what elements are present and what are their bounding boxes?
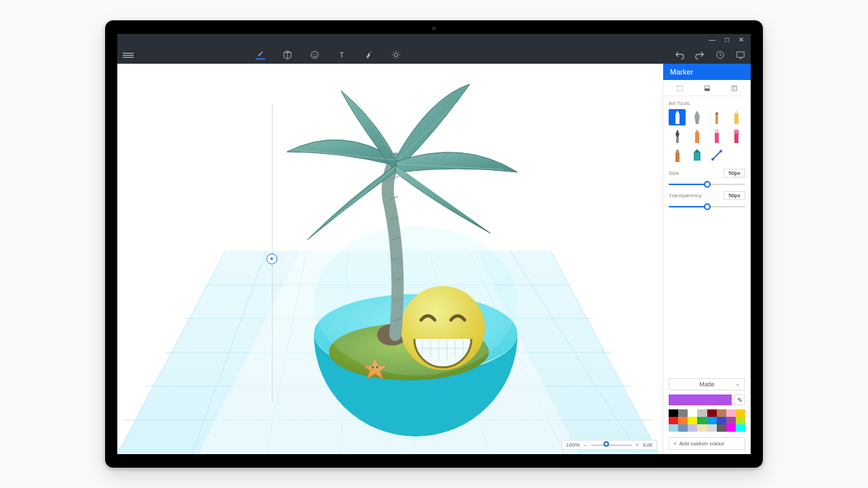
eraser-tool[interactable] (709, 128, 726, 144)
transparency-value-input[interactable] (724, 191, 745, 200)
window-maximize-button[interactable]: □ (725, 37, 729, 43)
stickers-tool-icon[interactable] (310, 50, 319, 60)
pen-tool[interactable] (669, 128, 686, 144)
size-slider[interactable] (669, 180, 745, 188)
tab-crop[interactable]: ⬓ (704, 84, 710, 92)
oil-brush-tool[interactable] (709, 109, 726, 125)
window-minimize-button[interactable]: — (709, 37, 715, 43)
view-mode-label[interactable]: Edit (643, 442, 652, 448)
svg-text:T: T (340, 51, 344, 59)
canvas-3d-view[interactable]: ✦ 100% – + Edit (117, 64, 663, 454)
svg-rect-63 (715, 132, 719, 143)
marker-tool[interactable] (669, 109, 686, 125)
finish-dropdown[interactable]: Matte (669, 378, 745, 390)
eyedropper-button[interactable]: ✎ (734, 394, 745, 405)
pixel-pen-tool[interactable] (709, 147, 726, 163)
zoom-out-button[interactable]: – (584, 442, 587, 448)
svg-line-10 (398, 57, 399, 58)
svg-line-57 (398, 96, 463, 160)
transparency-control: Transparency (663, 190, 751, 212)
watercolor-tool[interactable] (728, 128, 745, 144)
color-swatch[interactable] (726, 424, 736, 432)
zoom-slider[interactable] (591, 445, 632, 446)
color-swatch[interactable] (726, 417, 736, 424)
3d-shapes-tool-icon[interactable] (283, 50, 292, 60)
lighting-tool-icon[interactable] (391, 50, 401, 60)
svg-point-4 (394, 53, 397, 56)
device-camera (432, 26, 436, 30)
transparency-slider[interactable] (669, 203, 745, 211)
color-swatch[interactable] (707, 424, 717, 432)
tab-select[interactable]: ⬚ (677, 84, 683, 92)
color-swatch[interactable] (678, 417, 688, 424)
svg-line-9 (393, 52, 394, 53)
art-tools-grid (663, 108, 751, 167)
color-swatch[interactable] (736, 424, 745, 432)
color-swatch[interactable] (726, 409, 736, 417)
zoom-controls: 100% – + Edit (561, 440, 657, 450)
device-bezel: — □ ✕ T (108, 23, 760, 465)
fill-tool[interactable] (688, 147, 705, 163)
color-swatch[interactable] (707, 417, 717, 424)
color-swatch[interactable] (697, 417, 707, 424)
present-button[interactable] (736, 50, 745, 60)
color-swatch[interactable] (697, 424, 707, 432)
panel-title: Marker (663, 64, 751, 80)
color-palette (663, 407, 751, 434)
side-panel: Marker ⬚ ⬓ ◫ Art Tools (663, 64, 751, 454)
color-swatch[interactable] (717, 409, 726, 417)
color-swatch[interactable] (688, 409, 697, 417)
redo-button[interactable] (695, 50, 705, 60)
size-value-input[interactable] (724, 169, 745, 178)
brushes-tool-icon[interactable] (256, 50, 265, 60)
panel-tabs: ⬚ ⬓ ◫ (663, 80, 751, 96)
svg-rect-62 (676, 138, 679, 143)
svg-rect-69 (694, 152, 701, 161)
menu-button[interactable] (123, 53, 134, 58)
svg-rect-67 (675, 152, 679, 162)
svg-rect-61 (715, 115, 718, 124)
svg-rect-14 (737, 52, 745, 58)
color-swatch[interactable] (707, 409, 717, 417)
zoom-in-button[interactable]: + (636, 442, 639, 448)
current-color-swatch[interactable] (669, 394, 732, 405)
color-swatch[interactable] (669, 424, 678, 432)
svg-line-59 (397, 167, 477, 223)
color-swatch[interactable] (717, 417, 726, 424)
color-swatch[interactable] (688, 417, 697, 424)
svg-rect-65 (734, 133, 738, 143)
color-swatch[interactable] (736, 409, 745, 417)
svg-line-70 (713, 151, 721, 159)
color-swatch[interactable] (688, 424, 697, 432)
color-swatch[interactable] (669, 417, 678, 424)
tool-mode-group: T (256, 50, 401, 60)
window-titlebar: — □ ✕ (117, 34, 751, 46)
pencil-tool[interactable] (728, 109, 745, 125)
svg-line-12 (398, 52, 399, 53)
color-swatch[interactable] (678, 409, 688, 417)
app-window: — □ ✕ T (117, 34, 751, 454)
window-close-button[interactable]: ✕ (738, 37, 744, 43)
depth-handle[interactable]: ✦ (267, 253, 277, 264)
history-button[interactable] (715, 50, 725, 60)
tab-canvas[interactable]: ◫ (731, 84, 737, 92)
add-custom-color-label: Add custom colour (679, 441, 724, 447)
text-tool-icon[interactable]: T (337, 50, 347, 60)
color-swatch[interactable] (678, 424, 688, 432)
color-swatch[interactable] (697, 409, 707, 417)
svg-point-72 (719, 150, 722, 152)
undo-button[interactable] (675, 50, 684, 60)
effects-tool-icon[interactable] (364, 50, 374, 60)
svg-point-0 (311, 52, 319, 59)
calligraphy-pen-tool[interactable] (688, 109, 705, 125)
color-swatch[interactable] (717, 424, 726, 432)
svg-rect-68 (676, 150, 679, 152)
add-custom-color-button[interactable]: + Add custom colour (669, 437, 745, 450)
workspace: ✦ 100% – + Edit Marker ⬚ ⬓ (117, 64, 751, 454)
transparency-label: Transparency (669, 192, 702, 199)
color-swatch[interactable] (736, 417, 745, 424)
color-swatch[interactable] (669, 409, 678, 417)
spray-can-tool[interactable] (669, 147, 686, 163)
svg-point-66 (734, 129, 739, 134)
crayon-tool[interactable] (688, 128, 705, 144)
